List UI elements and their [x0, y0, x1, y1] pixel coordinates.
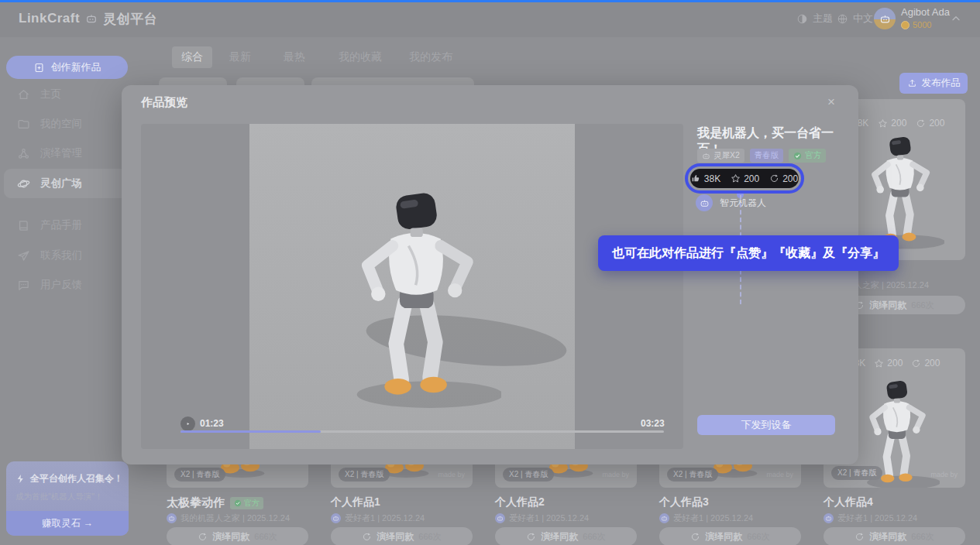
work-stats-pill[interactable]: 38K 200 200: [690, 169, 799, 188]
made-by-watermark: made by: [766, 471, 793, 478]
author-date-text: 我的机器人之家 | 2025.12.24: [181, 512, 290, 524]
share-stat[interactable]: 200: [769, 173, 798, 184]
progress-bar[interactable]: [181, 430, 664, 433]
card-author-line: 爱好者1 | 2025.12.24: [331, 512, 425, 524]
nodes-icon: [17, 147, 30, 160]
tab-newest[interactable]: 最新: [229, 50, 251, 64]
star-icon: [878, 118, 888, 129]
user-name[interactable]: Agibot Ada: [901, 6, 950, 18]
sidebar-item-contact[interactable]: 联系我们: [0, 241, 133, 270]
replay-same-button[interactable]: 演绎同款666次: [167, 527, 308, 545]
author-avatar: [659, 513, 669, 523]
model-badge: X2 | 青春版: [339, 468, 390, 482]
card-author-line: 爱好者1 | 2025.12.24: [659, 512, 753, 524]
sidebar-item-manual[interactable]: 产品手册: [0, 211, 133, 240]
check-circle-icon: [793, 152, 802, 160]
progress-fill: [181, 430, 321, 433]
modal-title: 作品预览: [141, 95, 187, 110]
favorite-stat[interactable]: 200: [874, 358, 903, 368]
theme-toggle[interactable]: 主题: [796, 0, 833, 37]
replay-icon: [362, 532, 372, 542]
favorite-count: 200: [891, 118, 906, 129]
brand-suffix: 灵创平台: [103, 10, 157, 28]
replay-same-button[interactable]: 演绎同款666次: [331, 527, 473, 545]
star-icon: [731, 173, 741, 183]
sidebar-item-feedback[interactable]: 用户反馈: [0, 270, 133, 300]
check-circle-icon: [234, 499, 242, 507]
sidebar-item-my-space[interactable]: 我的空间: [0, 109, 133, 139]
model-tag: 灵犀X2: [697, 149, 744, 163]
chat-icon: [17, 279, 30, 292]
brand-logo[interactable]: LinkCraft 灵创平台: [19, 0, 157, 37]
author-date-text: 爱好者1 | 2025.12.24: [509, 512, 589, 524]
book-icon: [17, 219, 30, 232]
chevron-up-icon[interactable]: [950, 12, 962, 25]
made-by-watermark: made by: [930, 471, 958, 478]
brand-name: LinkCraft: [19, 11, 80, 26]
sidebar-item-performance[interactable]: 演绎管理: [0, 139, 133, 168]
official-chip: 官方: [230, 497, 263, 509]
work-author-row[interactable]: 智元机器人: [696, 194, 766, 211]
star-icon: [874, 358, 884, 368]
model-badge: X2 | 青春版: [831, 466, 882, 480]
author-name: 智元机器人: [720, 197, 766, 210]
card-title[interactable]: 个人作品2: [495, 495, 545, 509]
robot-figure: [323, 153, 501, 420]
tab-hottest[interactable]: 最热: [284, 50, 305, 64]
author-avatar: [696, 194, 713, 211]
video-player[interactable]: 01:23 03:23: [141, 124, 683, 449]
replay-same-button[interactable]: 演绎同款666次: [659, 527, 801, 545]
card-author-line: 爱好者1 | 2025.12.24: [495, 512, 589, 524]
publish-work-button[interactable]: 发布作品: [899, 73, 968, 94]
share-count: 200: [782, 173, 798, 184]
language-switcher[interactable]: 中文: [837, 0, 873, 37]
card-author-line: 人之家 | 2025.12.24: [854, 279, 929, 291]
sidebar-item-plaza[interactable]: 灵创广场: [4, 169, 128, 198]
publish-work-label: 发布作品: [922, 77, 961, 90]
card-title[interactable]: 个人作品4: [824, 495, 873, 509]
author-avatar: [167, 513, 177, 523]
card-title[interactable]: 个人作品3: [659, 495, 709, 509]
deploy-to-device-button[interactable]: 下发到设备: [697, 415, 835, 435]
sidebar-item-home[interactable]: 主页: [0, 80, 133, 109]
play-button[interactable]: [181, 416, 195, 431]
author-date-text: 爱好者1 | 2025.12.24: [837, 512, 917, 524]
share-stat[interactable]: 200: [911, 358, 940, 368]
favorite-stat[interactable]: 200: [731, 173, 759, 184]
replay-label: 演绎同款: [869, 299, 906, 312]
app-stage: LinkCraft 灵创平台 主题 中文 Agibot Ada 5000 创作新…: [0, 0, 980, 545]
sidebar-item-label: 我的空间: [40, 117, 82, 131]
send-icon: [17, 249, 30, 262]
author-date-text: 爱好者1 | 2025.12.24: [345, 512, 425, 524]
card-title[interactable]: 个人作品1: [331, 495, 380, 509]
theme-label: 主题: [813, 12, 833, 26]
model-badge: X2 | 青春版: [174, 468, 225, 482]
replay-same-button[interactable]: 演绎同款666次: [495, 527, 637, 545]
tab-all[interactable]: 综合: [172, 46, 212, 68]
work-preview-modal: 作品预览 × 01:23 03:23 我是机器人，买一台省一百！ 灵犀X2 青春…: [122, 85, 858, 464]
replay-count: 666次: [911, 300, 934, 311]
creator-promo-card: 全平台创作人召集令！ 成为首批"机器人导演"！ 赚取灵石 →: [6, 461, 129, 536]
tab-my-favorites[interactable]: 我的收藏: [339, 50, 382, 64]
theme-icon: [796, 13, 808, 25]
replay-same-button[interactable]: 演绎同款666次: [824, 527, 965, 545]
tab-my-posts[interactable]: 我的发布: [409, 50, 452, 64]
share-icon: [769, 173, 779, 183]
share-stat[interactable]: 200: [916, 118, 944, 129]
favorite-stat[interactable]: 200: [878, 118, 906, 129]
create-new-work-button[interactable]: 创作新作品: [6, 56, 128, 79]
coin-icon: [901, 21, 910, 29]
top-navbar: LinkCraft 灵创平台 主题 中文 Agibot Ada 5000: [0, 0, 980, 37]
author-avatar: [824, 513, 834, 523]
close-icon[interactable]: ×: [823, 94, 840, 111]
author-avatar: [495, 513, 505, 523]
like-stat[interactable]: 38K: [691, 173, 720, 184]
earn-gems-button[interactable]: 赚取灵石 →: [6, 511, 129, 536]
card-title[interactable]: 太极拳动作: [167, 495, 225, 510]
user-avatar[interactable]: [874, 8, 896, 29]
model-badge: X2 | 青春版: [667, 468, 718, 482]
card-title-row: 太极拳动作 官方: [167, 495, 263, 510]
doc-plus-icon: [33, 62, 45, 74]
share-icon: [911, 358, 921, 368]
total-time: 03:23: [641, 418, 665, 429]
